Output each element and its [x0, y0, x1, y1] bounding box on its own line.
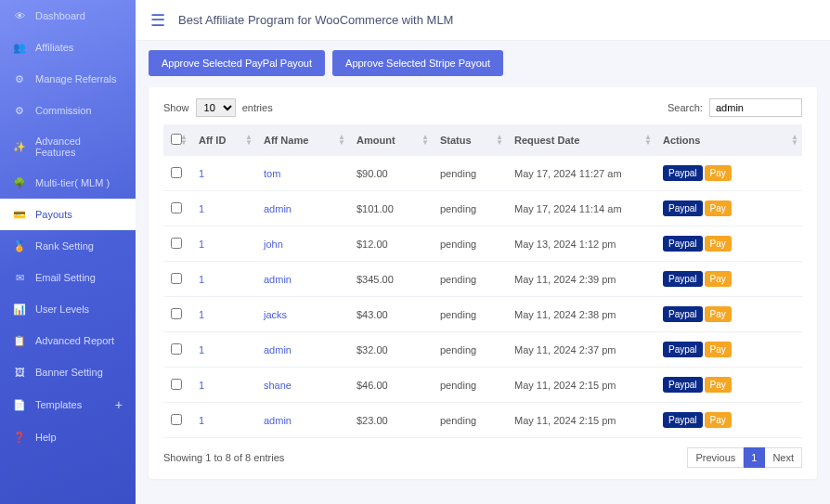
- search-input[interactable]: [709, 98, 802, 117]
- users-icon: 👥: [13, 41, 26, 54]
- column-header[interactable]: Status▲▼: [433, 124, 507, 156]
- page-next[interactable]: Next: [765, 447, 802, 468]
- bulk-actions: Approve Selected PayPal Payout Approve S…: [149, 50, 817, 76]
- amount-cell: $32.00: [349, 332, 433, 368]
- sidebar-item-label: Affiliates: [35, 42, 73, 53]
- aff-name-link[interactable]: admin: [264, 203, 292, 214]
- date-cell: May 17, 2024 11:27 am: [507, 156, 655, 191]
- pay-button[interactable]: Pay: [705, 342, 732, 357]
- help-icon: ❓: [13, 431, 26, 444]
- sort-icon: ▲▼: [338, 135, 345, 146]
- date-cell: May 13, 2024 1:12 pm: [507, 226, 655, 262]
- menu-toggle-icon[interactable]: ☰: [150, 10, 165, 31]
- aff-name-link[interactable]: admin: [264, 274, 292, 285]
- column-header[interactable]: Actions▲▼: [655, 124, 802, 156]
- aff-id-link[interactable]: 1: [199, 344, 204, 355]
- aff-id-link[interactable]: 1: [199, 274, 204, 285]
- entries-label: entries: [242, 102, 273, 113]
- aff-id-link[interactable]: 1: [199, 309, 204, 320]
- aff-id-link[interactable]: 1: [199, 203, 204, 214]
- aff-id-link[interactable]: 1: [199, 380, 204, 391]
- sidebar-item-label: Payouts: [35, 209, 72, 220]
- sidebar-item-payouts[interactable]: 💳Payouts: [0, 199, 136, 230]
- sidebar-item-rank-setting[interactable]: 🏅Rank Setting: [0, 230, 136, 262]
- sidebar-item-user-levels[interactable]: 📊User Levels: [0, 293, 136, 325]
- column-header[interactable]: ▲▼: [163, 124, 191, 156]
- paypal-badge[interactable]: Paypal: [663, 165, 703, 181]
- column-header[interactable]: Aff ID▲▼: [191, 124, 256, 156]
- status-cell: pending: [433, 368, 507, 403]
- aff-name-link[interactable]: tom: [264, 168, 280, 179]
- pay-button[interactable]: Pay: [705, 412, 732, 428]
- approve-paypal-button[interactable]: Approve Selected PayPal Payout: [149, 50, 325, 76]
- pagination: Previous 1 Next: [687, 447, 802, 468]
- row-checkbox[interactable]: [171, 273, 182, 284]
- aff-id-link[interactable]: 1: [199, 239, 204, 250]
- pay-button[interactable]: Pay: [705, 200, 732, 216]
- sidebar-item-banner-setting[interactable]: 🖼Banner Setting: [0, 356, 136, 388]
- sidebar-item-dashboard[interactable]: 👁Dashboard: [0, 0, 136, 32]
- sidebar-item-help[interactable]: ❓Help: [0, 421, 136, 453]
- row-checkbox[interactable]: [171, 308, 182, 319]
- aff-name-link[interactable]: shane: [264, 380, 292, 391]
- aff-id-link[interactable]: 1: [199, 415, 204, 426]
- page-prev[interactable]: Previous: [687, 447, 744, 468]
- plus-icon[interactable]: +: [115, 397, 123, 412]
- paypal-badge[interactable]: Paypal: [663, 271, 703, 287]
- pay-button[interactable]: Pay: [705, 306, 732, 322]
- sidebar-item-label: Rank Setting: [35, 240, 94, 252]
- payouts-card: Show 10 entries Search: ▲▼Aff ID▲▼Aff Na…: [149, 87, 817, 479]
- sort-icon: ▲▼: [180, 135, 188, 146]
- paypal-badge[interactable]: Paypal: [663, 412, 703, 428]
- status-cell: pending: [433, 332, 507, 368]
- row-checkbox[interactable]: [171, 379, 182, 390]
- aff-name-link[interactable]: admin: [264, 344, 292, 355]
- length-select[interactable]: 10: [196, 98, 236, 117]
- column-header[interactable]: Aff Name▲▼: [256, 124, 349, 156]
- paypal-badge[interactable]: Paypal: [663, 200, 703, 216]
- sidebar-item-manage-referrals[interactable]: ⚙Manage Referrals: [0, 63, 136, 95]
- table-row: 1shane$46.00pendingMay 11, 2024 2:15 pmP…: [163, 368, 802, 403]
- sidebar-item-affiliates[interactable]: 👥Affiliates: [0, 32, 136, 63]
- column-header[interactable]: Request Date▲▼: [507, 124, 655, 156]
- paypal-badge[interactable]: Paypal: [663, 306, 703, 322]
- table-row: 1john$12.00pendingMay 13, 2024 1:12 pmPa…: [163, 226, 802, 262]
- sidebar-item-email-setting[interactable]: ✉Email Setting: [0, 262, 136, 293]
- status-cell: pending: [433, 191, 507, 226]
- paypal-badge[interactable]: Paypal: [663, 342, 703, 357]
- pay-button[interactable]: Pay: [705, 377, 732, 393]
- amount-cell: $23.00: [349, 403, 433, 438]
- paypal-badge[interactable]: Paypal: [663, 377, 703, 393]
- row-checkbox[interactable]: [171, 167, 182, 178]
- amount-cell: $46.00: [349, 368, 433, 403]
- aff-id-link[interactable]: 1: [199, 168, 204, 179]
- pay-button[interactable]: Pay: [705, 236, 732, 252]
- template-icon: 📄: [13, 398, 26, 411]
- sort-icon: ▲▼: [644, 135, 652, 146]
- table-footer: Showing 1 to 8 of 8 entries Previous 1 N…: [163, 447, 802, 468]
- row-checkbox[interactable]: [171, 238, 182, 249]
- header-label: Aff Name: [264, 135, 308, 146]
- page-1[interactable]: 1: [744, 447, 765, 468]
- eye-icon: 👁: [13, 9, 26, 22]
- sidebar-item-advanced-features[interactable]: ✨Advanced Features: [0, 126, 136, 167]
- aff-name-link[interactable]: john: [264, 239, 283, 250]
- pay-button[interactable]: Pay: [705, 165, 732, 181]
- sidebar-item-templates[interactable]: 📄Templates+: [0, 388, 136, 421]
- sidebar-item-multi-tier-mlm-[interactable]: 🌳Multi-tier( MLM ): [0, 167, 136, 199]
- sidebar-item-commission[interactable]: ⚙Commission: [0, 95, 136, 126]
- sidebar-item-label: Advanced Features: [35, 136, 123, 158]
- sidebar-item-label: Email Setting: [35, 272, 96, 283]
- row-checkbox[interactable]: [171, 202, 182, 213]
- pay-button[interactable]: Pay: [705, 271, 732, 287]
- sidebar-item-advanced-report[interactable]: 📋Advanced Report: [0, 325, 136, 356]
- aff-name-link[interactable]: admin: [264, 415, 292, 426]
- row-checkbox[interactable]: [171, 414, 182, 425]
- paypal-badge[interactable]: Paypal: [663, 236, 703, 252]
- aff-name-link[interactable]: jacks: [264, 309, 287, 320]
- row-checkbox[interactable]: [171, 343, 182, 355]
- table-controls: Show 10 entries Search:: [163, 98, 802, 117]
- column-header[interactable]: Amount▲▼: [349, 124, 433, 156]
- amount-cell: $43.00: [349, 297, 433, 332]
- approve-stripe-button[interactable]: Approve Selected Stripe Payout: [332, 50, 503, 76]
